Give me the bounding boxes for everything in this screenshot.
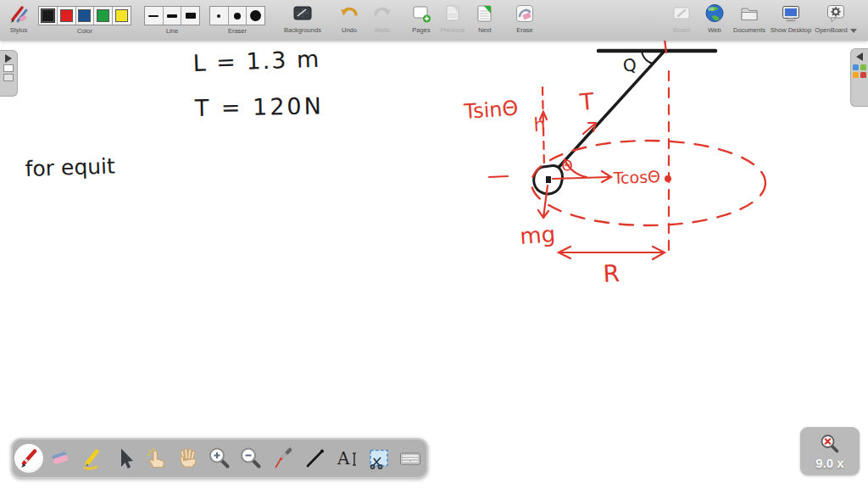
redo-button[interactable]: Redo xyxy=(366,2,398,34)
label-height: h xyxy=(533,114,546,136)
line-icon xyxy=(303,446,328,471)
zoom-in-tool-button[interactable] xyxy=(205,444,234,473)
board-mode-icon xyxy=(670,2,693,25)
erase-icon xyxy=(514,2,536,25)
stylus-label: Stylus xyxy=(10,26,27,34)
undo-button[interactable]: Undo xyxy=(332,2,366,34)
highlighter-tool-button[interactable] xyxy=(78,444,107,473)
label-mass-angle: Θ xyxy=(560,157,573,175)
eraser-icon xyxy=(47,446,73,471)
show-desktop-button[interactable]: Show Desktop xyxy=(767,2,815,34)
openboard-gear-icon xyxy=(825,2,847,25)
label-tsin: TsinΘ xyxy=(462,97,519,124)
web-mode-button[interactable]: Web xyxy=(700,2,729,34)
right-panel-tab[interactable] xyxy=(850,48,868,107)
line-tool-button[interactable] xyxy=(301,444,330,473)
color-swatch-blue[interactable] xyxy=(76,7,95,25)
interact-tool-button[interactable] xyxy=(142,444,170,473)
show-desktop-icon xyxy=(780,2,802,25)
mass-center-dot xyxy=(546,176,551,183)
zoom-level-value: 9.0 x xyxy=(815,456,843,470)
label-radius: R xyxy=(603,259,620,288)
stylus-button[interactable]: Stylus xyxy=(2,2,36,34)
color-swatch-black[interactable] xyxy=(39,7,58,25)
zoom-out-tool-button[interactable] xyxy=(236,444,265,473)
text-tool-button[interactable]: A xyxy=(332,444,361,473)
pendulum-string xyxy=(555,52,664,171)
redo-label: Redo xyxy=(375,26,390,34)
documents-label: Documents xyxy=(733,26,765,34)
highlighter-icon xyxy=(80,446,105,471)
text-icon: A xyxy=(334,446,359,471)
pen-tool-button[interactable] xyxy=(14,444,43,473)
next-page-button[interactable]: Next xyxy=(470,2,500,34)
svg-text:A: A xyxy=(337,448,350,469)
eraser-group: Eraser xyxy=(209,2,265,35)
backgrounds-button[interactable]: Backgrounds xyxy=(281,2,324,34)
undo-icon xyxy=(338,2,360,25)
eraser-size-large[interactable] xyxy=(247,7,264,25)
left-panel-tab[interactable] xyxy=(0,50,18,97)
previous-page-label: Previous xyxy=(440,26,465,34)
backgrounds-label: Backgrounds xyxy=(284,26,321,34)
show-desktop-label: Show Desktop xyxy=(771,26,811,34)
center-dot xyxy=(665,175,671,182)
line-group-label: Line xyxy=(144,27,200,35)
black-handwriting: L = 1.3 m T = 120N for equit Q xyxy=(25,46,637,181)
previous-page-button[interactable]: Previous xyxy=(436,2,470,34)
eraser-tool-button[interactable] xyxy=(46,444,75,473)
magnifier-plus-icon xyxy=(207,446,232,471)
pages-label: Pages xyxy=(412,26,430,34)
color-swatch-yellow[interactable] xyxy=(113,7,131,25)
laser-pointer-tool-button[interactable] xyxy=(269,444,298,473)
library-icons xyxy=(853,64,866,78)
expand-left-icon xyxy=(856,53,863,61)
cursor-arrow-icon xyxy=(111,446,136,471)
erase-label: Erase xyxy=(516,26,533,34)
backgrounds-icon xyxy=(292,2,314,25)
top-angle-arc xyxy=(642,52,654,64)
stylus-icon xyxy=(8,2,30,25)
pages-button[interactable]: Pages xyxy=(403,2,439,34)
note-length: L = 1.3 m xyxy=(192,46,321,76)
eraser-size-small[interactable] xyxy=(210,7,229,25)
documents-button[interactable]: Documents xyxy=(727,2,771,34)
next-page-label: Next xyxy=(478,26,491,34)
line-width-thin[interactable] xyxy=(145,7,164,25)
line-group: Line xyxy=(144,2,200,35)
expand-right-icon xyxy=(5,54,12,63)
label-tension: T xyxy=(578,88,596,115)
chevron-down-icon xyxy=(850,29,857,33)
pages-icon xyxy=(410,2,432,25)
color-swatch-green[interactable] xyxy=(94,7,113,25)
openboard-menu-label: OpenBoard xyxy=(815,26,856,34)
capture-tool-button[interactable] xyxy=(364,444,393,473)
line-width-medium[interactable] xyxy=(164,7,182,25)
eraser-size-medium[interactable] xyxy=(229,7,248,25)
selector-tool-button[interactable] xyxy=(109,444,138,473)
open-hand-icon xyxy=(175,446,200,471)
red-handwriting: TsinΘ h T Θ TcosΘ mg R xyxy=(462,88,660,288)
documents-folder-icon xyxy=(738,2,760,25)
erase-button[interactable]: Erase xyxy=(505,2,544,34)
redo-icon xyxy=(371,2,393,25)
pan-tool-button[interactable] xyxy=(173,444,202,473)
note-tension: T = 120N xyxy=(194,92,325,121)
previous-page-icon xyxy=(442,2,464,25)
color-swatch-red[interactable] xyxy=(58,7,76,25)
bottom-tool-dock: A xyxy=(11,438,428,479)
board-mode-button[interactable]: Board xyxy=(663,2,700,34)
openboard-menu-button[interactable]: OpenBoard xyxy=(811,2,860,34)
pointing-hand-icon xyxy=(143,446,169,471)
whiteboard-canvas[interactable]: L = 1.3 m T = 120N for equit Q TsinΘ h T… xyxy=(0,0,868,488)
label-tcos: TcosΘ xyxy=(612,167,660,187)
virtual-keyboard-tool-button[interactable] xyxy=(396,444,425,473)
label-weight: mg xyxy=(519,221,556,249)
capture-scissors-icon xyxy=(366,446,392,471)
board-mode-label: Board xyxy=(673,26,690,34)
zoom-reset-widget[interactable]: 9.0 x xyxy=(800,427,860,475)
line-width-thick[interactable] xyxy=(181,7,199,25)
eraser-group-label: Eraser xyxy=(209,27,265,35)
magnifier-minus-icon xyxy=(238,446,264,471)
web-globe-icon xyxy=(704,2,726,25)
